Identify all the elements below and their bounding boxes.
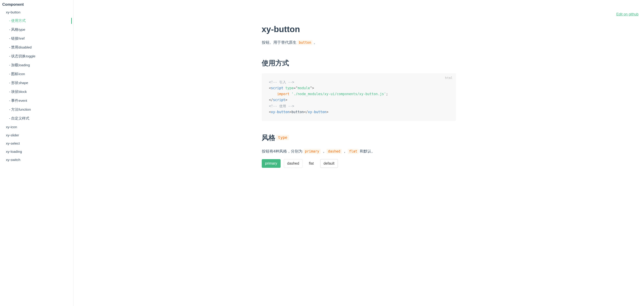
desc-text-before: 按钮。用于替代原生 bbox=[262, 40, 298, 45]
page-description: 按钮。用于替代原生 button 。 bbox=[262, 39, 456, 46]
section-heading-style: 风格type bbox=[262, 133, 456, 143]
example-button-primary[interactable]: primary bbox=[262, 159, 280, 168]
page-title: xy-button bbox=[262, 25, 456, 34]
example-button-flat[interactable]: flat bbox=[306, 159, 317, 168]
sidebar-item-xy-icon[interactable]: xy-icon bbox=[0, 123, 73, 131]
example-button-default[interactable]: default bbox=[320, 159, 338, 168]
sidebar-subitem-icon[interactable]: - 图标icon bbox=[0, 70, 73, 79]
inline-code-button: button bbox=[298, 40, 312, 45]
heading-code-type: type bbox=[276, 135, 289, 140]
sidebar-item-xy-switch[interactable]: xy-switch bbox=[0, 156, 73, 164]
sidebar-subitem-type[interactable]: - 风格type bbox=[0, 25, 73, 34]
sidebar-subitem-shape[interactable]: - 形状shape bbox=[0, 79, 73, 87]
sidebar-item-xy-select[interactable]: xy-select bbox=[0, 139, 73, 148]
inline-code-dashed: dashed bbox=[326, 149, 342, 154]
sidebar: Component xy-button - 使用方式 - 风格type - 链接… bbox=[0, 0, 74, 306]
example-button-dashed[interactable]: dashed bbox=[284, 159, 303, 168]
sidebar-subitem-toggle[interactable]: - 状态切换toggle bbox=[0, 52, 73, 61]
sidebar-item-xy-loading[interactable]: xy-loading bbox=[0, 148, 73, 156]
heading-text-style: 风格 bbox=[262, 134, 276, 141]
main-content: Edit on github xy-button 按钮。用于替代原生 butto… bbox=[74, 0, 644, 306]
sidebar-subitem-custom-style[interactable]: - 自定义样式 bbox=[0, 114, 73, 123]
sidebar-subitem-block[interactable]: - 块状block bbox=[0, 87, 73, 96]
sidebar-item-xy-button[interactable]: xy-button bbox=[0, 8, 73, 17]
edit-on-github-link[interactable]: Edit on github bbox=[616, 12, 638, 16]
inline-code-flat: flat bbox=[348, 149, 358, 154]
code-block-usage: html <!-- 引入 --> <script type="module"> … bbox=[262, 73, 456, 121]
style-description: 按钮有4种风格，分别为 primary ， dashed ， flat 和默认。 bbox=[262, 148, 456, 155]
button-examples-row: primary dashed flat default bbox=[262, 159, 456, 168]
sidebar-subitem-usage[interactable]: - 使用方式 bbox=[0, 17, 73, 25]
sidebar-item-xy-slider[interactable]: xy-slider bbox=[0, 131, 73, 139]
sidebar-subitem-function[interactable]: - 方法function bbox=[0, 105, 73, 114]
sidebar-subitem-loading[interactable]: - 加载loading bbox=[0, 61, 73, 70]
sidebar-subitem-event[interactable]: - 事件event bbox=[0, 96, 73, 105]
code-lang-label: html bbox=[445, 75, 453, 81]
sidebar-heading: Component bbox=[0, 2, 73, 8]
header-links: Edit on github bbox=[79, 0, 638, 17]
inline-code-primary: primary bbox=[304, 149, 321, 154]
sidebar-subitem-href[interactable]: - 链接href bbox=[0, 34, 73, 43]
desc-text-after: 。 bbox=[312, 40, 318, 45]
sidebar-subitem-disabled[interactable]: - 禁用disabled bbox=[0, 43, 73, 52]
section-heading-usage: 使用方式 bbox=[262, 59, 456, 68]
